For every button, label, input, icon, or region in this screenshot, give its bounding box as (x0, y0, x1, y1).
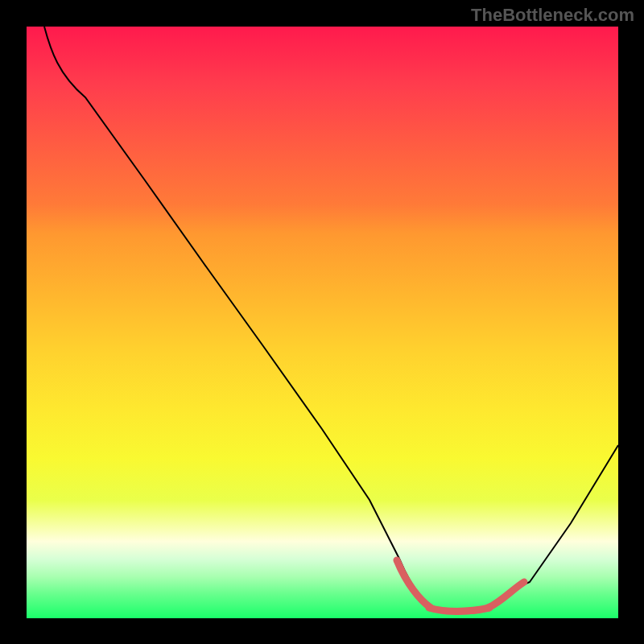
marker-left-segment (397, 560, 431, 608)
chart-overlay (27, 27, 618, 618)
marker-bottom-segment (429, 608, 489, 612)
watermark-text: TheBottleneck.com (471, 5, 634, 26)
marker-right-segment (488, 582, 524, 608)
bottleneck-curve-line (44, 27, 618, 611)
